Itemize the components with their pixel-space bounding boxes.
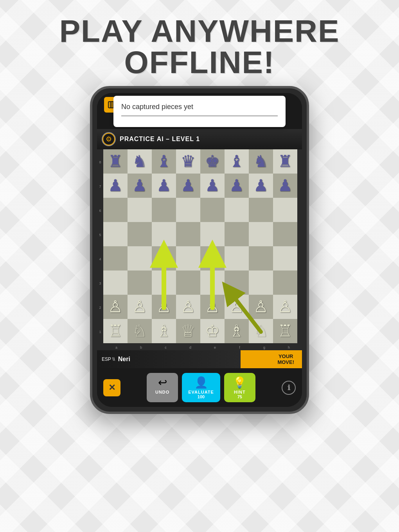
- cell-h6[interactable]: [273, 198, 297, 222]
- black-queen-d8: ♛: [181, 153, 196, 170]
- cell-c6[interactable]: [152, 198, 176, 222]
- cell-c7[interactable]: ♟: [152, 174, 176, 198]
- cell-f4[interactable]: [225, 246, 249, 270]
- headline-line1: PLAY ANYWHERE: [59, 16, 340, 47]
- cell-d2[interactable]: ♙: [176, 295, 200, 319]
- undo-button[interactable]: ↩ UNDO: [147, 373, 178, 402]
- cell-d6[interactable]: [176, 198, 200, 222]
- phone-shell: No captured pieces yet ⚙ 1 PRACTICE AI –…: [90, 86, 309, 414]
- cell-g7[interactable]: ♟: [249, 174, 273, 198]
- action-buttons-group: ↩ UNDO 👤 EVALUATE 100 💡 HINT 75: [147, 373, 255, 402]
- white-pawn-g2: ♙: [253, 299, 268, 315]
- cell-g5[interactable]: [249, 222, 273, 246]
- black-pawn-g7: ♟: [253, 177, 268, 194]
- cell-e2[interactable]: ♙: [200, 295, 225, 319]
- evaluate-label: EVALUATE: [188, 390, 214, 394]
- cell-f7[interactable]: ♟: [225, 174, 249, 198]
- phone-screen: No captured pieces yet ⚙ 1 PRACTICE AI –…: [97, 93, 302, 407]
- cell-e7[interactable]: ♟: [200, 174, 225, 198]
- cell-c4[interactable]: [152, 246, 176, 270]
- cell-b1[interactable]: ♘: [128, 319, 152, 343]
- hint-button[interactable]: 💡 HINT 75: [224, 373, 255, 402]
- cell-a4[interactable]: [103, 246, 128, 270]
- game-header-bar: ⚙ 1 PRACTICE AI – LEVEL 1: [97, 129, 302, 149]
- cell-h1[interactable]: ♖: [273, 319, 297, 343]
- gear-icon: ⚙: [106, 135, 112, 143]
- info-button[interactable]: ℹ: [282, 381, 296, 395]
- black-bishop-f8: ♝: [229, 153, 244, 170]
- cell-g1[interactable]: ♘: [249, 319, 273, 343]
- close-button[interactable]: ✕: [103, 379, 120, 396]
- cell-h7[interactable]: ♟: [273, 174, 297, 198]
- cell-g6[interactable]: [249, 198, 273, 222]
- cell-f8[interactable]: ♝: [225, 149, 249, 174]
- your-move-text: YOURMOVE!: [277, 353, 294, 365]
- player-bar: ESP \\ Neri YOURMOVE!: [97, 350, 302, 368]
- cell-h2[interactable]: ♙: [273, 295, 297, 319]
- cell-e5[interactable]: [200, 222, 225, 246]
- cell-d1[interactable]: ♕: [176, 319, 200, 343]
- cell-d5[interactable]: [176, 222, 200, 246]
- black-king-e8: ♚: [205, 153, 220, 170]
- cell-a5[interactable]: [103, 222, 128, 246]
- black-pawn-e7: ♟: [205, 177, 220, 194]
- cell-h4[interactable]: [273, 246, 297, 270]
- cell-g3[interactable]: [249, 270, 273, 295]
- cell-a8[interactable]: ♜: [103, 149, 128, 174]
- cell-e3[interactable]: [200, 270, 225, 295]
- cell-c3[interactable]: [152, 270, 176, 295]
- cell-d8[interactable]: ♛: [176, 149, 200, 174]
- file-labels: a b c d e f g h: [103, 345, 302, 350]
- cell-b8[interactable]: ♞: [128, 149, 152, 174]
- cell-b7[interactable]: ♟: [128, 174, 152, 198]
- cell-a3[interactable]: [103, 270, 128, 295]
- cell-c2[interactable]: ♙: [152, 295, 176, 319]
- level-badge-inner: ⚙: [103, 134, 114, 145]
- cell-e8[interactable]: ♚: [200, 149, 225, 174]
- cell-a1[interactable]: ♖: [103, 319, 128, 343]
- cell-b6[interactable]: [128, 198, 152, 222]
- chess-board[interactable]: ♜ ♞ ♝ ♛ ♚ ♝ ♞ ♜ ♟ ♟ ♟ ♟ ♟ ♟: [103, 149, 297, 343]
- cell-a6[interactable]: [103, 198, 128, 222]
- app-header: PLAY ANYWHERE OFFLINE!: [59, 16, 340, 78]
- cell-g4[interactable]: [249, 246, 273, 270]
- evaluate-button[interactable]: 👤 EVALUATE 100: [182, 373, 220, 402]
- cell-e4[interactable]: [200, 246, 225, 270]
- cell-d3[interactable]: [176, 270, 200, 295]
- rank-3: 3: [98, 271, 102, 296]
- hint-icon: 💡: [233, 376, 246, 389]
- rank-6: 6: [98, 199, 102, 223]
- black-knight-g8: ♞: [253, 153, 268, 170]
- rank-5: 5: [98, 223, 102, 247]
- cell-e1[interactable]: ♔: [200, 319, 225, 343]
- tooltip-area: No captured pieces yet: [97, 93, 302, 129]
- cell-a2[interactable]: ♙: [103, 295, 128, 319]
- file-f: f: [228, 346, 252, 349]
- cell-f2[interactable]: ♙: [225, 295, 249, 319]
- cell-b4[interactable]: [128, 246, 152, 270]
- cell-c5[interactable]: [152, 222, 176, 246]
- cell-c1[interactable]: ♗: [152, 319, 176, 343]
- cell-f5[interactable]: [225, 222, 249, 246]
- cell-d7[interactable]: ♟: [176, 174, 200, 198]
- cell-g8[interactable]: ♞: [249, 149, 273, 174]
- cell-d4[interactable]: [176, 246, 200, 270]
- cell-h5[interactable]: [273, 222, 297, 246]
- undo-icon: ↩: [158, 376, 167, 389]
- cell-c8[interactable]: ♝: [152, 149, 176, 174]
- cell-f3[interactable]: [225, 270, 249, 295]
- file-e: e: [203, 346, 227, 349]
- black-pawn-c7: ♟: [156, 177, 171, 194]
- cell-b2[interactable]: ♙: [128, 295, 152, 319]
- cell-f1[interactable]: ♗: [225, 319, 249, 343]
- cell-g2[interactable]: ♙: [249, 295, 273, 319]
- black-pawn-h7: ♟: [278, 177, 293, 194]
- cell-b3[interactable]: [128, 270, 152, 295]
- cell-f6[interactable]: [225, 198, 249, 222]
- cell-b5[interactable]: [128, 222, 152, 246]
- cell-a7[interactable]: ♟: [103, 174, 128, 198]
- white-bishop-f1: ♗: [229, 323, 244, 339]
- cell-e6[interactable]: [200, 198, 225, 222]
- cell-h3[interactable]: [273, 270, 297, 295]
- cell-h8[interactable]: ♜: [273, 149, 297, 174]
